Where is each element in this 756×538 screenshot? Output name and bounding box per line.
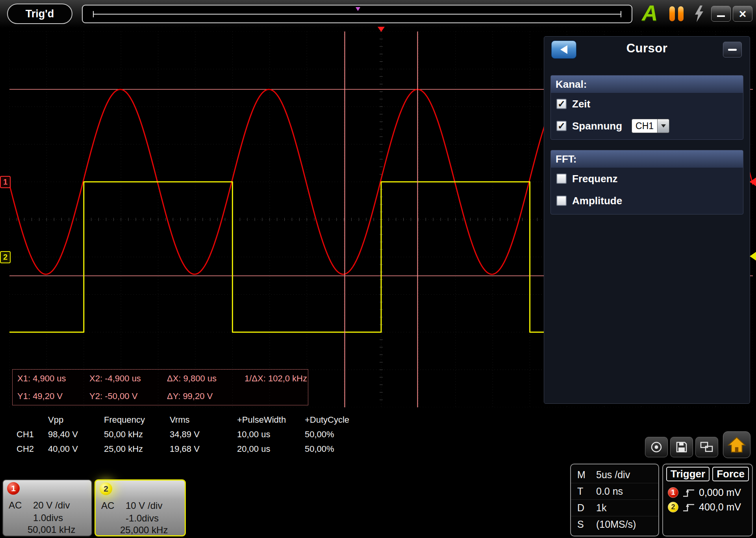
amplitude-row: Amplitude [551, 190, 743, 212]
meas-ch1-vrms: 34,89 V [165, 429, 232, 440]
timebase-row-m: M 5us /div [571, 466, 658, 483]
timebase-d-label: D [577, 502, 596, 514]
ch1-badge: 1 [7, 482, 20, 495]
timebase-t-value: 0.0 ns [596, 486, 623, 497]
channel-select-value: CH1 [632, 119, 658, 133]
window-switch-icon [700, 441, 714, 453]
meas-ch1-vpp: 98,40 V [43, 429, 99, 440]
capture-button[interactable] [645, 437, 668, 457]
timebase-row-s: S (10MS/s) [571, 516, 658, 532]
app-logo: A [642, 0, 658, 26]
meas-ch2-pulsewidth: 20,00 us [232, 444, 300, 454]
meas-header-vpp: Vpp [43, 415, 99, 425]
fft-header: FFT: [551, 150, 743, 168]
trigger-title: Trigger [666, 467, 710, 481]
amplitude-label: Amplitude [572, 195, 622, 207]
spannung-channel-select[interactable]: CH1 [632, 119, 669, 133]
check-icon: ✓ [558, 121, 565, 131]
cursor-panel-header: Cursor [544, 37, 750, 63]
rising-edge-icon [682, 502, 695, 512]
check-icon: ✓ [558, 99, 565, 109]
meas-ch2-dutycycle: 50,00% [300, 444, 363, 454]
home-icon [728, 436, 746, 453]
readout-dx: ΔX: 9,800 us [162, 373, 240, 384]
chevron-down-icon[interactable] [658, 119, 669, 133]
cursor-panel: Cursor Kanal: ✓ Zeit ✓ Spannung CH1 FFT:… [544, 36, 750, 404]
trigger-position-marker[interactable] [356, 7, 360, 11]
ch1-freq-counter: 50,001 kHz [28, 524, 75, 535]
ch1-coupling: AC [9, 500, 22, 511]
ch1-control-panel[interactable]: 1 AC 20 V /div 1.0divs 50,001 kHz [2, 479, 92, 536]
readout-x2: X2: -4,900 us [85, 373, 162, 384]
timebase-panel: M 5us /div T 0.0 ns D 1k S (10MS/s) [570, 464, 659, 536]
ch2-trigger-level-arrow[interactable] [750, 252, 756, 261]
readout-x1: X1: 4,900 us [13, 373, 85, 384]
lightning-icon [693, 5, 705, 22]
trigger-position-arrow[interactable] [378, 27, 385, 32]
ch2-scale: 10 V /div [126, 500, 162, 511]
timebase-s-value: (10MS/s) [596, 519, 636, 530]
oscilloscope-app: { "titlebar": { "trigger_status": "Trig'… [0, 0, 756, 538]
measurements-table: Vpp Frequency Vrms +PulseWidth +DutyCycl… [12, 412, 363, 456]
ch2-badge: 2 [100, 483, 112, 495]
meas-header-frequency: Frequency [99, 415, 165, 425]
close-button[interactable]: × [733, 6, 752, 22]
pause-icon [669, 6, 675, 21]
ch2-badge: 2 [668, 502, 678, 512]
slider-right-tick [621, 11, 621, 17]
ch2-freq-counter: 25,000 kHz [120, 525, 168, 536]
meas-ch2-frequency: 25,00 kHz [99, 444, 165, 454]
ch1-trigger-level: 0,000 mV [699, 487, 741, 498]
force-button[interactable]: Force [712, 467, 749, 481]
minus-icon [728, 49, 737, 51]
trigger-panel: Trigger Force 1 0,000 mV 2 400,0 mV [662, 464, 753, 536]
home-button[interactable] [723, 431, 750, 458]
minimize-icon [717, 15, 725, 17]
timebase-m-label: M [577, 469, 596, 481]
fft-section: FFT: Frequenz Amplitude [550, 150, 743, 214]
pause-icon [678, 6, 684, 21]
meas-ch2-vpp: 40,00 V [43, 444, 99, 454]
panel-title: Cursor [544, 41, 750, 55]
ch2-position-marker[interactable]: 2 [0, 251, 11, 263]
meas-ch1-label: CH1 [12, 429, 43, 440]
timebase-s-label: S [577, 519, 596, 530]
meas-ch1-frequency: 50,00 kHz [99, 429, 165, 440]
spannung-checkbox[interactable]: ✓ [556, 121, 567, 131]
meas-header-dutycycle: +DutyCycle [300, 415, 363, 425]
rising-edge-icon [682, 488, 695, 498]
ch1-position-marker[interactable]: 1 [0, 176, 11, 188]
trigger-ch2-row: 2 400,0 mV [663, 498, 752, 513]
meas-header-vrms: Vrms [165, 415, 232, 425]
capture-icon [650, 440, 663, 454]
spannung-label: Spannung [572, 120, 622, 132]
spannung-row: ✓ Spannung CH1 [551, 115, 743, 137]
kanal-header: Kanal: [551, 76, 743, 93]
readout-inv-dx: 1/ΔX: 102,0 kHz [240, 373, 308, 384]
save-icon [675, 441, 688, 453]
amplitude-checkbox[interactable] [556, 196, 567, 206]
meas-header-pulsewidth: +PulseWidth [232, 415, 300, 425]
cursor-readout: X1: 4,900 us X2: -4,900 us ΔX: 9,800 us … [12, 369, 308, 405]
title-bar: Trig'd A × [0, 0, 756, 28]
meas-ch2-vrms: 19,68 V [165, 444, 232, 454]
window-switch-button[interactable] [695, 437, 718, 457]
ch1-position: 1.0divs [33, 512, 63, 523]
zeit-checkbox[interactable]: ✓ [556, 99, 567, 109]
save-button[interactable] [670, 437, 693, 457]
meas-ch1-dutycycle: 50,00% [300, 429, 363, 440]
ch1-badge: 1 [668, 487, 678, 498]
timebase-m-value: 5us /div [596, 469, 630, 481]
minimize-button[interactable] [711, 6, 731, 22]
timebase-t-label: T [577, 486, 596, 497]
run-stop-button[interactable] [669, 6, 684, 21]
panel-minimize-button[interactable] [723, 42, 742, 57]
ch1-trigger-level-arrow[interactable] [750, 177, 756, 186]
ch2-trigger-level: 400,0 mV [699, 501, 741, 513]
ch2-coupling: AC [101, 500, 114, 511]
readout-y2: Y2: -50,00 V [85, 391, 162, 401]
horizontal-position-slider[interactable] [82, 5, 632, 23]
ch2-control-panel[interactable]: 2 AC 10 V /div -1.0divs 25,000 kHz [94, 479, 186, 536]
frequenz-checkbox[interactable] [556, 174, 567, 184]
autoset-button[interactable] [693, 5, 705, 24]
